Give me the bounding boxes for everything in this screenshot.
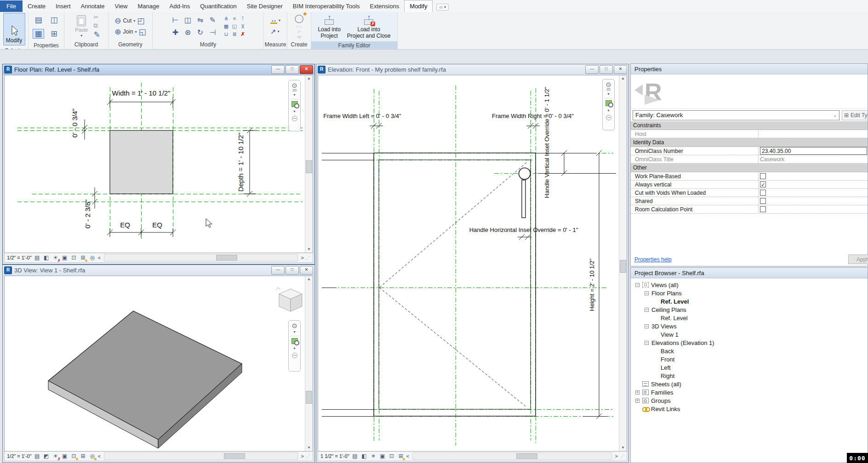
shadows-icon[interactable]: ▣ <box>61 453 69 460</box>
scrollbar-thumb[interactable] <box>306 391 312 404</box>
navigation-bar[interactable]: ⊙ ▾ ▾ <box>288 320 301 372</box>
scroll-up-icon[interactable]: ▲ <box>619 75 627 82</box>
scrollbar-thumb[interactable] <box>306 160 312 173</box>
maximize-button[interactable]: □ <box>600 65 613 74</box>
expand-toggle[interactable]: − <box>645 341 649 345</box>
chevron-down-icon[interactable]: ▾ <box>278 29 280 34</box>
minimize-button[interactable]: — <box>271 266 285 275</box>
sun-path-icon[interactable]: ☀ <box>52 254 59 261</box>
elevation-titlebar[interactable]: R Elevation: Front - My problem shelf fa… <box>316 64 628 75</box>
tree-item-ref-level[interactable]: Ref. Level <box>631 297 868 305</box>
shelf-frame-outer[interactable] <box>374 153 536 416</box>
load-into-project-button[interactable]: ↑ Load into Project <box>315 13 343 40</box>
close-button[interactable]: ✕ <box>300 65 313 74</box>
scale-icon[interactable]: ◱ <box>232 23 237 29</box>
cut-icon[interactable]: ✂ <box>93 14 100 21</box>
mirror-draw-icon[interactable]: ✎ <box>210 16 216 24</box>
expand-toggle[interactable]: − <box>645 324 649 328</box>
scrollbar-thumb[interactable] <box>216 255 237 260</box>
chevron-down-icon[interactable]: ▾ <box>135 30 137 34</box>
offset-icon[interactable]: ≡ <box>233 16 236 21</box>
tab-file[interactable]: File <box>0 0 23 12</box>
tree-item-views-all-[interactable]: −Views (all) <box>631 281 868 289</box>
navbar-collapse-icon[interactable] <box>292 116 297 121</box>
expand-toggle[interactable]: − <box>635 283 640 287</box>
pin-icon[interactable]: ⊺ <box>241 16 244 22</box>
tree-item-right[interactable]: Right <box>631 372 868 380</box>
property-input[interactable]: 23.40.35.00 <box>760 147 867 155</box>
tree-item-ceiling-plans[interactable]: −Ceiling Plans <box>631 305 868 314</box>
detail-level-icon[interactable]: ▤ <box>34 254 41 261</box>
shelf-frame-inner[interactable] <box>379 160 531 409</box>
expand-toggle[interactable]: − <box>645 308 649 312</box>
chevron-down-icon[interactable]: ▾ <box>293 109 295 113</box>
dimension-height[interactable]: Height = 2' - 10 1/2" <box>588 258 595 311</box>
minimize-button[interactable]: — <box>271 65 285 74</box>
visual-style-icon[interactable]: ◧ <box>360 453 368 460</box>
expand-toggle[interactable]: + <box>635 390 640 395</box>
sun-path-icon[interactable]: ☀ <box>370 453 377 460</box>
create-parts-icon[interactable]: ▫◇ <box>297 35 301 40</box>
measure-diagonal-icon[interactable]: ↗ <box>270 28 276 36</box>
type-properties-icon[interactable]: ⊞ <box>51 30 57 38</box>
property-checkbox[interactable] <box>760 173 766 179</box>
horizontal-scrollbar[interactable] <box>104 452 297 460</box>
resize-grip[interactable]: ⋰ <box>306 255 310 260</box>
create-similar-icon[interactable]: ▫→ <box>297 24 302 29</box>
geometry-cut-icon[interactable]: ⊖ <box>114 17 121 25</box>
crop-view-icon[interactable]: ⊡ <box>70 453 78 460</box>
tree-item-3d-views[interactable]: −3D Views <box>631 322 868 330</box>
create-group-icon[interactable]: ◯✱ <box>294 13 303 23</box>
dimension-offset-bottom[interactable]: 0' - 2 3/8" <box>84 199 91 228</box>
handle-bar[interactable] <box>522 180 525 218</box>
dimension-handle-horizontal-inset[interactable]: Handle Horizontal Inset Override = 0' - … <box>469 226 578 233</box>
copy-icon[interactable]: ⧉ <box>93 22 100 29</box>
modify-button[interactable]: Modify <box>3 13 25 45</box>
dimension-eq-left[interactable]: EQ <box>120 221 130 229</box>
vertical-scrollbar[interactable]: ▲ ▼ <box>305 276 313 451</box>
align-icon[interactable]: ⊢ <box>172 16 179 24</box>
tree-item-elevations-elevation-1-[interactable]: −Elevations (Elevation 1) <box>631 339 868 347</box>
chevron-down-icon[interactable]: ▾ <box>293 346 295 350</box>
floor-plan-canvas[interactable]: Width = 1' - 10 1/2" EQ EQ 0' - 0 3/4" 0… <box>4 75 313 253</box>
scroll-down-icon[interactable]: ▼ <box>305 445 313 451</box>
split-icon[interactable]: ⋔ <box>224 16 228 22</box>
floor-plan-drawing[interactable]: Width = 1' - 10 1/2" EQ EQ 0' - 0 3/4" 0… <box>5 75 308 253</box>
view-scale[interactable]: 1/2" = 1'-0" <box>7 255 32 260</box>
project-browser-header[interactable]: Project Browser - Shelf.rfa <box>631 268 868 278</box>
paste-button[interactable]: Paste ▾ <box>72 15 91 38</box>
navbar-collapse-icon[interactable] <box>606 115 611 120</box>
shelf-extrusion-plan[interactable] <box>110 130 173 194</box>
create-insert-icon[interactable]: ↓▫ <box>297 29 301 34</box>
tab-manage[interactable]: Manage <box>133 0 165 12</box>
zoom-icon[interactable] <box>291 338 298 344</box>
load-into-project-and-close-button[interactable]: ↑ Load into Project and Close <box>345 13 393 40</box>
chevron-right-icon[interactable]: > <box>615 453 618 459</box>
expand-toggle[interactable]: + <box>635 399 640 403</box>
tab-site-designer[interactable]: Site Designer <box>242 0 288 12</box>
resize-grip[interactable]: ⋰ <box>306 454 310 459</box>
tree-item-ref-level[interactable]: Ref. Level <box>631 314 868 322</box>
zoom-icon[interactable] <box>605 100 612 106</box>
tree-item-revit-links[interactable]: Revit Links <box>631 405 868 413</box>
dimension-offset-top[interactable]: 0' - 0 3/4" <box>71 108 79 137</box>
tab-quantification[interactable]: Quantification <box>195 0 242 12</box>
family-category-icon[interactable]: ◫ <box>50 16 57 24</box>
chevron-left-icon[interactable]: < <box>98 255 101 260</box>
show-crop-region-icon[interactable]: ⊞ <box>80 254 87 261</box>
chevron-right-icon[interactable]: > <box>301 453 304 459</box>
copy-modify-icon[interactable]: ⊛ <box>185 28 191 37</box>
panel-label-select[interactable]: Select ▾ <box>0 46 28 49</box>
coping-icon[interactable]: ◰ <box>137 17 144 25</box>
tree-item-view-1[interactable]: View 1 <box>631 330 868 339</box>
zoom-icon[interactable] <box>291 101 298 107</box>
temporary-hide-icon[interactable]: ◎ <box>89 254 96 261</box>
dimension-frame-width-right[interactable]: Frame Width Right = 0' - 0 3/4" <box>492 113 574 119</box>
visual-style-icon[interactable]: ◩ <box>43 453 50 460</box>
navigation-bar[interactable]: ⊙ 2D ▾ ▾ <box>602 79 615 130</box>
family-types-icon[interactable]: ▦ <box>33 29 44 39</box>
minimize-button[interactable]: — <box>585 65 599 74</box>
dimension-frame-width-left[interactable]: Frame Width Left = 0' - 0 3/4" <box>323 113 401 119</box>
show-crop-region-icon[interactable]: ⊞ <box>397 453 405 460</box>
ribbon-minimize-toggle[interactable]: ▭ ▾ <box>436 4 449 11</box>
